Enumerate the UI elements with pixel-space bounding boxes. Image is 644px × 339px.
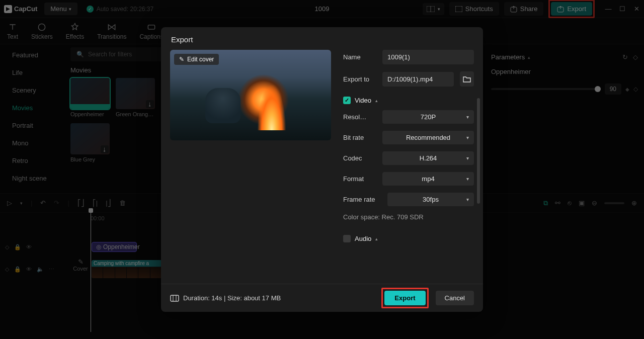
export-info: Duration: 14s | Size: about 17 MB (170, 294, 281, 302)
codec-label: Codec (343, 154, 376, 162)
audio-section-header[interactable]: Audio ▴ (343, 235, 474, 242)
codec-dropdown[interactable]: H.264 (382, 151, 474, 165)
browse-folder-button[interactable] (460, 71, 474, 87)
export-to-label: Export to (343, 75, 376, 83)
svg-rect-14 (171, 295, 179, 301)
format-label: Format (343, 175, 376, 183)
dialog-title: Export (161, 27, 483, 49)
bitrate-label: Bit rate (343, 134, 376, 141)
cover-preview: ✎ Edit cover (170, 50, 331, 140)
pencil-icon: ✎ (179, 56, 184, 63)
framerate-label: Frame rate (343, 196, 381, 203)
export-path-input[interactable]: D:/1009(1).mp4 (382, 72, 454, 87)
bitrate-dropdown[interactable]: Recommended (382, 131, 474, 144)
resolution-label: Resol… (343, 113, 376, 121)
resolution-dropdown[interactable]: 720P (382, 110, 474, 124)
framerate-dropdown[interactable]: 30fps (387, 193, 474, 206)
scrollbar[interactable] (477, 98, 480, 204)
audio-checkbox[interactable] (343, 235, 351, 242)
cancel-button[interactable]: Cancel (436, 291, 474, 305)
export-confirm-button[interactable]: Export (384, 291, 425, 305)
name-label: Name (343, 53, 376, 61)
colorspace-note: Color space: Rec. 709 SDR (343, 213, 474, 221)
video-section-header[interactable]: ✓ Video ▴ (343, 97, 474, 104)
name-input[interactable]: 1009(1) (382, 50, 474, 64)
video-checkbox[interactable]: ✓ (343, 97, 351, 104)
format-dropdown[interactable]: mp4 (382, 172, 474, 186)
export-dialog: Export ✎ Edit cover Name 1009(1) Export … (161, 27, 483, 312)
edit-cover-button[interactable]: ✎ Edit cover (174, 54, 219, 65)
